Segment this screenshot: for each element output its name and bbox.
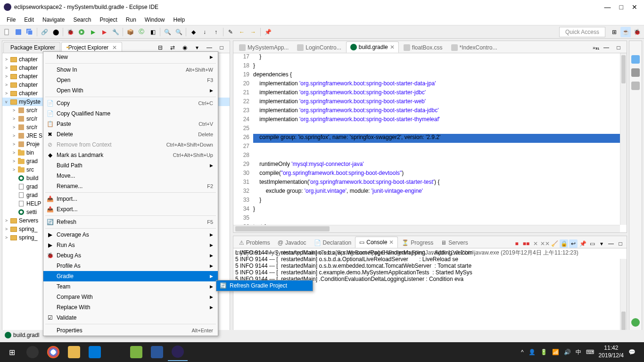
editor-tab[interactable]: *IndexContro... — [447, 42, 501, 53]
menu-run[interactable]: Run — [122, 16, 140, 24]
editor-overflow-icon[interactable]: »₃₁ — [593, 45, 599, 51]
editor-scroll-h[interactable] — [233, 225, 620, 232]
last-edit-icon[interactable]: ✎ — [225, 27, 236, 37]
task-list-icon[interactable] — [631, 68, 640, 77]
ctx-import-[interactable]: 📥Import... — [43, 194, 218, 204]
ctx-refresh[interactable]: 🔄RefreshF5 — [43, 217, 218, 227]
start-button[interactable]: ⊞ — [2, 343, 22, 361]
ctx-debug-as[interactable]: 🐞Debug As▶ — [43, 250, 218, 261]
tray-battery-icon[interactable]: 🔋 — [540, 349, 547, 355]
minimize-button[interactable]: — — [604, 3, 611, 11]
code-line[interactable]: 29 runtimeOnly 'mysql:mysql-connector-ja… — [233, 161, 620, 170]
pin-icon[interactable]: 📌 — [263, 27, 273, 37]
tray-keyboard-icon[interactable]: ⌨ — [586, 349, 594, 355]
code-line[interactable]: 24 implementation 'org.springframework.b… — [233, 116, 620, 125]
build-icon[interactable] — [631, 82, 640, 90]
maximize-button[interactable]: □ — [619, 3, 623, 11]
new-icon[interactable] — [2, 27, 12, 37]
remove-launch-icon[interactable]: ✕ — [531, 239, 540, 248]
maximize-console-icon[interactable]: □ — [616, 239, 625, 248]
bottom-tab-problems[interactable]: ⚠ Problems — [235, 238, 274, 248]
ctx-new[interactable]: New▶ — [43, 52, 218, 62]
word-wrap-icon[interactable]: ↩ — [569, 239, 578, 248]
prev-annotation-icon[interactable]: ↑ — [211, 27, 221, 37]
ctx-properties[interactable]: PropertiesAlt+Enter — [43, 325, 218, 336]
code-line[interactable]: 33 } — [233, 197, 620, 206]
bottom-tab-servers[interactable]: 🖥 Servers — [437, 238, 471, 248]
tray-notifications-icon[interactable]: 💬 — [628, 349, 636, 355]
console-scroll-v[interactable] — [620, 259, 627, 332]
ctx-mark-as-landmark[interactable]: ◆Mark as LandmarkCtrl+Alt+Shift+Up — [43, 150, 218, 160]
minimize-editor-icon[interactable]: — — [601, 42, 611, 53]
code-line[interactable]: 20 implementation 'org.springframework.b… — [233, 80, 620, 89]
code-line[interactable]: 17 } — [233, 53, 620, 62]
tray-ime-icon[interactable]: 中 — [576, 348, 581, 356]
ctx-delete[interactable]: ✖DeleteDelete — [43, 129, 218, 140]
menu-help[interactable]: Help — [170, 16, 189, 24]
editor-tab[interactable]: build.gradle ✕ — [346, 41, 399, 53]
ctx-build-path[interactable]: Build Path▶ — [43, 160, 218, 171]
ctx-open-with[interactable]: Open With▶ — [43, 85, 218, 96]
clear-console-icon[interactable]: 🧹 — [550, 239, 559, 248]
ctx-run-as[interactable]: ▶Run As▶ — [43, 240, 218, 250]
run-last-icon[interactable]: ▶ — [99, 27, 109, 37]
open-perspective-icon[interactable]: ⊞ — [609, 27, 619, 37]
menu-project[interactable]: Project — [96, 16, 121, 24]
taskbar-word[interactable] — [147, 343, 167, 361]
code-line[interactable]: 35 — [233, 214, 620, 223]
pin-console-icon[interactable]: 📌 — [578, 239, 587, 248]
ctx-remove-from-context[interactable]: ⊘Remove from ContextCtrl+Alt+Shift+Down — [43, 140, 218, 150]
outline-icon[interactable] — [631, 55, 640, 64]
editor-tab[interactable]: floatBox.css — [400, 42, 446, 53]
code-line[interactable]: 18} — [233, 62, 620, 71]
new-plugin-icon[interactable]: ◧ — [148, 27, 158, 37]
save-all-icon[interactable] — [25, 27, 35, 37]
close-button[interactable]: ✕ — [632, 3, 637, 11]
tray-people-icon[interactable]: 👤 — [528, 349, 536, 355]
new-class-icon[interactable]: Ⓒ — [136, 27, 147, 37]
ctx-compare-with[interactable]: Compare With▶ — [43, 292, 218, 302]
code-editor[interactable]: 17 }18}19dependencies {20 implementation… — [233, 53, 620, 225]
toggle-breadcrumb-icon[interactable]: 🔗 — [39, 27, 50, 37]
taskbar-eclipse[interactable] — [168, 343, 188, 361]
open-type-icon[interactable]: 🔍 — [162, 27, 173, 37]
code-line[interactable]: 27 — [233, 143, 620, 152]
ctx-paste[interactable]: 📋PasteCtrl+V — [43, 119, 218, 129]
tray-wifi-icon[interactable]: 📶 — [552, 349, 559, 355]
search-icon[interactable]: 🔍 — [173, 27, 184, 37]
ctx-copy-qualified-name[interactable]: 📄Copy Qualified Name — [43, 108, 218, 119]
ctx-replace-with[interactable]: Replace With▶ — [43, 302, 218, 313]
new-package-icon[interactable]: 📦 — [125, 27, 135, 37]
menu-search[interactable]: Search — [69, 16, 95, 24]
back-icon[interactable]: ← — [237, 27, 247, 37]
next-annotation-icon[interactable]: ↓ — [199, 27, 210, 37]
boot-dashboard-icon[interactable] — [631, 318, 640, 327]
taskbar-explorer[interactable] — [64, 343, 84, 361]
editor-tab[interactable]: MySystemApp... — [235, 42, 292, 53]
terminate-all-icon[interactable]: ■■ — [522, 239, 530, 248]
ctx-validate[interactable]: ☑Validate — [43, 313, 218, 323]
tray-clock[interactable]: 11:42 2019/12/4 — [599, 345, 624, 359]
coverage-icon[interactable]: ▶ — [88, 27, 98, 37]
code-line[interactable]: 23 implementation 'org.springframework.b… — [233, 107, 620, 116]
java-perspective-icon[interactable]: ☕ — [620, 27, 631, 37]
code-line[interactable]: 25 — [233, 125, 620, 134]
tray-chevron-icon[interactable]: ^ — [521, 349, 524, 355]
code-line[interactable]: 19dependencies { — [233, 71, 620, 80]
taskbar-app-1[interactable] — [23, 343, 42, 361]
editor-tab[interactable]: LoginContro... — [293, 42, 345, 53]
forward-icon[interactable]: → — [248, 27, 258, 37]
taskbar-app-2[interactable] — [85, 343, 105, 361]
menu-edit[interactable]: Edit — [20, 16, 38, 24]
debug-icon[interactable]: 🐞 — [65, 27, 75, 37]
submenu-refresh-gradle-project[interactable]: 🔄Refresh Gradle Project — [216, 280, 313, 291]
ctx-open[interactable]: OpenF3 — [43, 75, 218, 85]
code-line[interactable]: 21 implementation 'org.springframework.b… — [233, 89, 620, 98]
ctx-gradle[interactable]: Gradle▶ — [43, 271, 218, 281]
taskbar-app-3[interactable] — [106, 343, 125, 361]
code-line[interactable]: 28 — [233, 152, 620, 161]
code-line[interactable]: 26 compile group: 'io.springfox', name: … — [233, 134, 620, 143]
maximize-editor-icon[interactable]: □ — [613, 42, 624, 53]
taskbar-chrome[interactable] — [43, 343, 63, 361]
bottom-tab-declaration[interactable]: 📄 Declaration — [310, 238, 355, 248]
